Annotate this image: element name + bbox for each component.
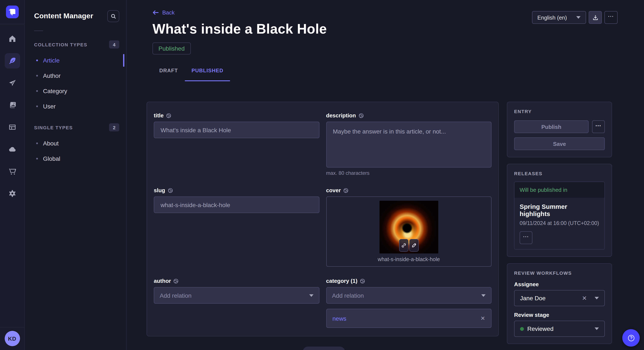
slug-field-label: slug [154,187,165,193]
field-author: author Add relation [154,278,319,328]
rail-footer: KD [0,327,24,350]
releases-panel: RELEASES Will be published in Spring Sum… [507,164,612,257]
relation-link[interactable]: news [332,315,346,322]
category-relation-combobox[interactable]: Add relation [326,287,492,304]
globe-icon [168,188,173,193]
remove-relation-icon[interactable]: ✕ [480,316,485,321]
bullet-icon [36,59,38,61]
releases-panel-title: RELEASES [514,171,605,176]
sidebar-item-category[interactable]: Category [25,83,126,99]
side-panels: ENTRY Publish ⋯ Save RELEASES Will be pu… [507,102,612,344]
search-button[interactable] [107,10,119,22]
sidebar-item-author[interactable]: Author [25,68,126,83]
header-more-button[interactable]: ⋯ [604,11,618,24]
active-item-indicator [123,54,124,67]
bullet-icon [36,143,38,144]
copy-link-button[interactable] [399,239,408,252]
slug-input[interactable] [154,196,319,213]
globe-icon [358,113,364,118]
strapi-logo[interactable] [6,5,18,18]
ellipsis-icon: ⋯ [595,123,602,131]
download-button[interactable] [589,11,602,24]
sidebar-item-user[interactable]: User [25,99,126,114]
review-panel-title: REVIEW WORKFLOWS [514,270,605,276]
publish-button[interactable]: Publish [514,120,589,133]
content-type-builder-icon[interactable] [4,120,20,135]
entry-more-button[interactable]: ⋯ [592,120,605,133]
globe-icon [174,278,179,283]
cover-field-label: cover [326,187,341,193]
bullet-icon [36,75,38,77]
field-cover: cover [326,187,492,267]
globe-icon [360,278,365,283]
edit-image-button[interactable] [409,239,419,252]
content-manager-icon[interactable] [4,53,20,68]
review-stage-label: Review stage [514,312,605,318]
save-button[interactable]: Save [514,137,605,150]
tab-draft[interactable]: DRAFT [152,63,185,78]
assignee-select[interactable]: Jane Doe ✕ [514,290,605,306]
globe-icon [343,188,348,193]
collection-types-section: COLLECTION TYPES 4 Article Author Catego… [25,40,126,114]
sidebar-item-global[interactable]: Global [25,151,126,166]
chevron-down-icon [309,294,313,297]
help-icon [627,334,635,342]
title-field-label: title [154,112,164,119]
single-types-section: SINGLE TYPES 2 About Global [25,123,126,166]
author-relation-combobox[interactable]: Add relation [154,287,319,304]
release-name: Spring Summer highlights [520,203,599,217]
ellipsis-icon: ⋯ [523,233,529,242]
title-input[interactable] [154,122,319,138]
ellipsis-icon: ⋯ [608,13,614,22]
globe-icon [166,113,171,118]
field-category: category (1) Add relation news ✕ [326,278,492,328]
entry-form-card: title description Maybe the answe [146,102,499,336]
sidebar-item-article[interactable]: Article [25,53,126,68]
chevron-down-icon [594,328,599,330]
description-textarea[interactable]: Maybe the answer is in this article, or … [326,122,492,168]
description-hint: max. 80 characters [326,170,492,176]
release-date: 09/11/2024 at 16:00 (UTC+02:00) [520,220,599,226]
stage-status-dot [520,327,524,331]
collection-types-count-badge: 4 [109,40,119,48]
deploy-cloud-icon[interactable] [4,142,20,157]
bullet-icon [36,158,38,160]
category-field-label: category (1) [326,278,357,284]
bullet-icon [36,90,38,92]
edit-view: Back English (en) ⋯ What's inside a Blac… [126,0,644,350]
sidebar-divider [34,31,43,31]
content-manager-sidebar: Content Manager COLLECTION TYPES 4 Artic… [25,0,126,350]
home-icon[interactable] [4,31,20,46]
review-stage-select[interactable]: Reviewed [514,321,605,337]
tab-published[interactable]: PUBLISHED [185,63,230,78]
chevron-down-icon [594,297,599,299]
dynamic-zone-peek-button[interactable] [303,347,345,350]
rail-divider [0,24,24,24]
relation-item-news: news ✕ [326,309,492,328]
help-button[interactable] [622,329,640,347]
field-slug: slug [154,187,319,267]
user-avatar[interactable]: KD [4,331,20,346]
settings-gear-icon[interactable] [4,186,20,201]
chevron-down-icon [481,294,486,297]
back-link[interactable]: Back [152,9,175,16]
cover-media-card: what-s-inside-a-black-hole [326,196,492,267]
description-field-label: description [326,112,356,119]
link-icon [401,243,406,248]
sidebar-item-about[interactable]: About [25,136,126,151]
clear-assignee-icon[interactable]: ✕ [582,295,587,301]
marketplace-icon[interactable] [4,164,20,179]
collection-types-heading: COLLECTION TYPES [34,42,87,47]
sidebar-title: Content Manager [34,12,93,20]
releases-icon[interactable] [4,75,20,91]
search-icon [110,13,116,19]
single-types-heading: SINGLE TYPES [34,125,73,130]
locale-select[interactable]: English (en) [532,11,586,24]
pencil-icon [412,243,416,248]
single-types-count-badge: 2 [109,123,119,131]
media-library-icon[interactable] [4,97,20,113]
author-field-label: author [154,278,171,284]
status-badge: Published [152,42,190,54]
download-icon [592,14,598,20]
release-more-button[interactable]: ⋯ [520,231,532,244]
